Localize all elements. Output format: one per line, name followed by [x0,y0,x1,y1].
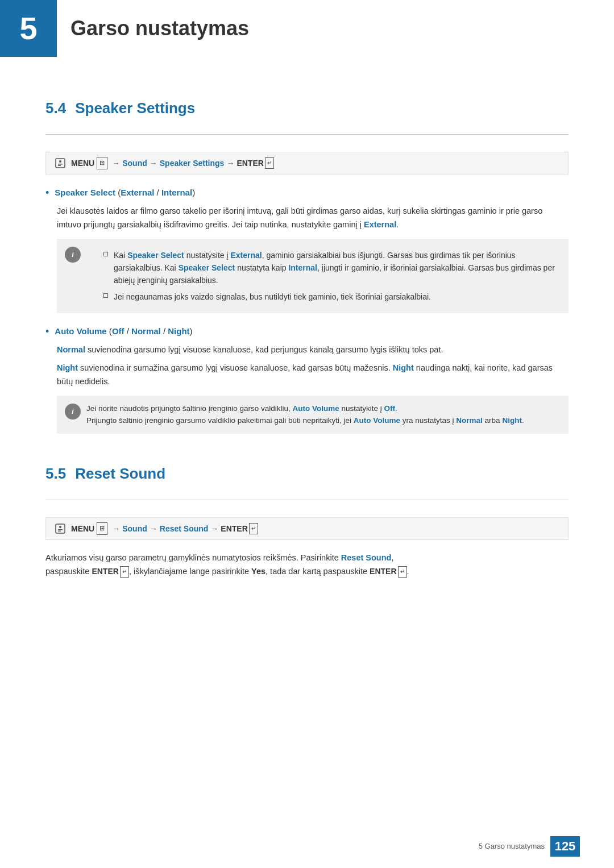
menu-remote-icon-55 [55,524,68,534]
menu-link2-55: Reset Sound [160,522,209,535]
auto-volume-night-para: Night suvienodina ir sumažina garsumo ly… [57,362,569,389]
sub-bullet-square-1b [103,293,108,298]
page-container: 5 Garso nustatymas 5.4 Speaker Settings … [0,0,614,868]
menu-link1-55: Sound [122,522,147,535]
menu-grid-icon-55: ⊞ [97,522,107,535]
menu-label-55: MENU [71,522,94,535]
menu-link1-54: Sound [122,157,147,169]
menu-link2-54: Speaker Settings [160,157,225,169]
menu-remote-icon [55,158,68,168]
sub-bullet-item-1a: Kai Speaker Select nustatysite į Externa… [103,249,561,287]
bullet-2-label: Auto Volume (Off / Normal / Night) [55,325,192,338]
footer-page-number: 125 [550,836,580,857]
page-footer: 5 Garso nustatymas 125 [479,836,580,857]
enter-icon-inline-2: ↵ [398,566,407,578]
section-54-header: 5.4 Speaker Settings [45,97,569,121]
section-55-body: Atkuriamos visų garso parametrų gamyklin… [45,551,569,579]
section-55-divider [45,500,569,500]
enter-icon-inline-1: ↵ [120,566,129,578]
svg-rect-2 [58,164,63,165]
note-area-1: i Kai Speaker Select nustatysite į Exter… [57,239,569,314]
note-content-2: Jei norite naudotis prijungto šaltinio į… [86,402,524,427]
bullet-item-2: • Auto Volume (Off / Normal / Night) [45,325,569,340]
note-content-1: Kai Speaker Select nustatysite į Externa… [86,246,561,307]
main-content: 5.4 Speaker Settings MENU ⊞ → Sound → Sp… [0,63,614,613]
svg-rect-10 [58,529,63,530]
bullet-auto-volume: • Auto Volume (Off / Normal / Night) Nor… [45,325,569,434]
bullet-1-body: Jei klausotės laidos ar filmo garso take… [57,205,569,232]
menu-path-54: MENU ⊞ → Sound → Speaker Settings → ENTE… [45,152,569,175]
sub-bullet-item-1b: Jei negaunamas joks vaizdo signalas, bus… [103,290,561,303]
note-box-2: i Jei norite naudotis prijungto šaltinio… [57,396,569,434]
menu-arrow1-54: → [112,157,120,169]
auto-volume-normal-para: Normal suvienodina garsumo lygį visuose … [57,343,569,357]
sub-bullet-text-1b: Jei negaunamas joks vaizdo signalas, bus… [114,290,431,303]
menu-arrow2-55: → [150,522,157,535]
menu-grid-icon: ⊞ [97,157,107,169]
svg-point-1 [59,160,61,163]
sub-bullet-text-1a: Kai Speaker Select nustatysite į Externa… [114,249,561,287]
chapter-number-box: 5 [0,0,57,57]
section-54-number: 5.4 [45,97,66,121]
menu-label-54: MENU [71,157,94,169]
svg-rect-0 [56,159,65,168]
svg-rect-8 [56,524,65,533]
bullet-1-label: Speaker Select (External / Internal) [55,186,195,200]
enter-icon-54: ↵ [265,157,274,169]
bullet-2-body: Normal suvienodina garsumo lygį visuose … [57,343,569,389]
chapter-title: Garso nustatymas [70,12,249,45]
chapter-header: 5 Garso nustatymas [0,0,614,57]
footer-text: 5 Garso nustatymas [479,841,545,853]
note-area-2: i Jei norite naudotis prijungto šaltinio… [57,396,569,434]
sub-bullet-square-1a [103,252,108,256]
note-icon-2: i [65,404,81,420]
enter-icon-55: ↵ [249,523,258,534]
note-icon-1: i [65,247,81,263]
bullet-speaker-select: • Speaker Select (External / Internal) J… [45,186,569,313]
chapter-title-area: Garso nustatymas [57,0,249,57]
menu-arrow1-55: → [112,522,120,535]
section-55-wrapper: 5.5 Reset Sound MENU ⊞ → [45,462,569,579]
note-sub-bullets-1: Kai Speaker Select nustatysite į Externa… [103,249,561,304]
menu-arrow2-54: → [150,157,157,169]
bullet-item-1: • Speaker Select (External / Internal) [45,186,569,201]
svg-rect-3 [58,165,61,166]
bullet-dot-2: • [45,323,49,340]
svg-point-9 [59,526,61,528]
section-54-divider [45,134,569,135]
section-55-number: 5.5 [45,462,66,486]
menu-enter-54: ENTER [237,157,263,169]
menu-path-55: MENU ⊞ → Sound → Reset Sound → ENTER ↵ [45,517,569,540]
menu-arrow3-54: → [226,157,234,169]
bullet-dot-1: • [45,185,49,201]
section-55-title: Reset Sound [75,462,165,486]
section-54-title: Speaker Settings [75,97,195,121]
svg-rect-11 [58,530,61,531]
menu-enter-55: ENTER [221,522,247,535]
chapter-number: 5 [19,3,37,54]
note-box-1: i Kai Speaker Select nustatysite į Exter… [57,239,569,314]
section-55-header: 5.5 Reset Sound [45,462,569,486]
menu-arrow3-55: → [210,522,218,535]
